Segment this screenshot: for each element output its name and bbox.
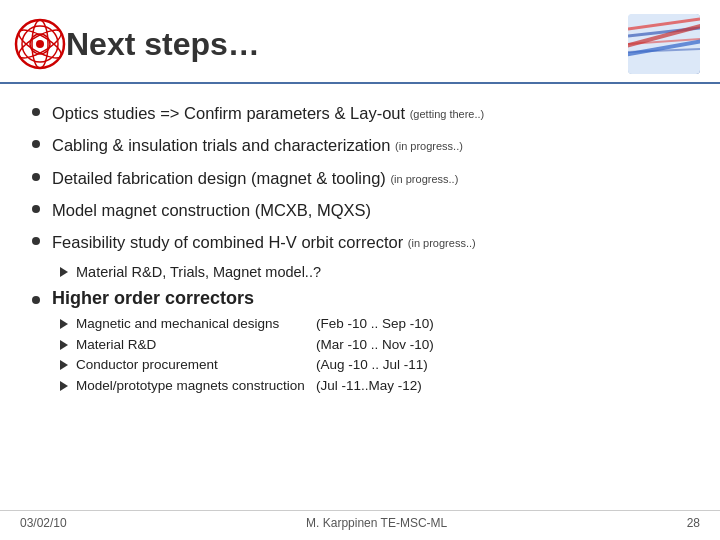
list-item: Cabling & insulation trials and characte… <box>32 134 688 156</box>
hoc-label: Conductor procurement <box>76 356 316 374</box>
bullet-icon <box>32 237 40 245</box>
footer-page: 28 <box>687 516 700 530</box>
bullet-text: Model magnet construction (MCXB, MQXS) <box>52 199 688 221</box>
hoc-date: (Aug -10 .. Jul -11) <box>316 356 688 374</box>
bullet-icon <box>32 108 40 116</box>
sub-list-item: Material R&D, Trials, Magnet model..? <box>60 263 688 282</box>
slide: Next steps… Optics studies => Confirm pa… <box>0 0 720 540</box>
content: Optics studies => Confirm parameters & L… <box>0 84 720 407</box>
bullet-icon <box>32 296 40 304</box>
hoc-date: (Feb -10 .. Sep -10) <box>316 315 688 333</box>
triangle-icon <box>60 267 68 277</box>
bullet-icon <box>32 140 40 148</box>
triangle-icon <box>60 340 68 350</box>
note: (in progress..) <box>390 173 458 185</box>
list-item: Model magnet construction (MCXB, MQXS) <box>32 199 688 221</box>
bullet-text: Optics studies => Confirm parameters & L… <box>52 102 688 124</box>
note: (in progress..) <box>395 140 463 152</box>
header: Next steps… <box>0 0 720 84</box>
slide-title: Next steps… <box>66 26 628 63</box>
triangle-icon <box>60 360 68 370</box>
main-bullet-list: Optics studies => Confirm parameters & L… <box>32 102 688 253</box>
footer-author: M. Karppinen TE-MSC-ML <box>306 516 447 530</box>
bullet-icon <box>32 205 40 213</box>
list-item: Detailed fabrication design (magnet & to… <box>32 167 688 189</box>
hoc-item-0: Magnetic and mechanical designs (Feb -10… <box>60 315 688 333</box>
list-item: Optics studies => Confirm parameters & L… <box>32 102 688 124</box>
svg-point-6 <box>36 40 44 48</box>
footer-date: 03/02/10 <box>20 516 67 530</box>
cern-logo <box>14 18 66 70</box>
bullet-text: Detailed fabrication design (magnet & to… <box>52 167 688 189</box>
hoc-item-1: Material R&D (Mar -10 .. Nov -10) <box>60 336 688 354</box>
footer: 03/02/10 M. Karppinen TE-MSC-ML 28 <box>0 510 720 530</box>
hoc-detail-section: Magnetic and mechanical designs (Feb -10… <box>60 315 688 394</box>
hoc-item-3: Model/prototype magnets construction (Ju… <box>60 377 688 395</box>
bullet-text: Cabling & insulation trials and characte… <box>52 134 688 156</box>
hoc-label: Model/prototype magnets construction <box>76 377 316 395</box>
hoc-label: Material R&D <box>76 336 316 354</box>
note: (in progress..) <box>408 237 476 249</box>
bullet-icon <box>32 173 40 181</box>
hoc-date: (Mar -10 .. Nov -10) <box>316 336 688 354</box>
higher-order-section: Higher order correctors <box>32 288 688 309</box>
hoc-label: Magnetic and mechanical designs <box>76 315 316 333</box>
hoc-date: (Jul -11..May -12) <box>316 377 688 395</box>
sub-bullet-text: Material R&D, Trials, Magnet model..? <box>76 263 321 282</box>
triangle-icon <box>60 319 68 329</box>
higher-order-title: Higher order correctors <box>52 288 254 309</box>
sub-bullet-list: Material R&D, Trials, Magnet model..? <box>60 263 688 282</box>
triangle-icon <box>60 381 68 391</box>
corner-graphic <box>628 14 700 74</box>
hoc-list: Magnetic and mechanical designs (Feb -10… <box>60 315 688 394</box>
list-item: Feasibility study of combined H-V orbit … <box>32 231 688 253</box>
bullet-text: Feasibility study of combined H-V orbit … <box>52 231 688 253</box>
hoc-item-2: Conductor procurement (Aug -10 .. Jul -1… <box>60 356 688 374</box>
note: (getting there..) <box>410 108 485 120</box>
